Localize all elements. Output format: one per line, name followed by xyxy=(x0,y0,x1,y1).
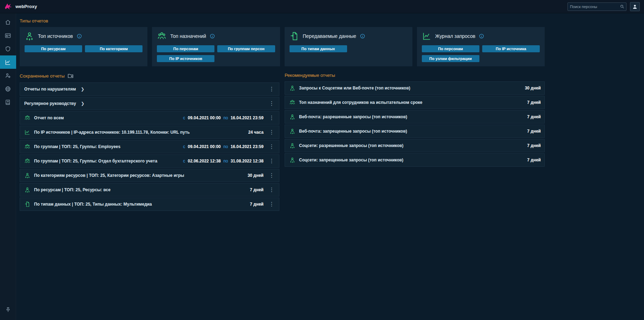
info-icon[interactable] xyxy=(479,33,484,39)
report-period: 7 дней xyxy=(250,202,264,207)
saved-report-row[interactable]: По IP источников | IP-адреса источников:… xyxy=(20,126,279,139)
person-stars-icon xyxy=(289,157,296,163)
kebab-menu-button[interactable]: ⋮ xyxy=(268,129,275,135)
kebab-menu-button[interactable]: ⋮ xyxy=(268,158,275,164)
sidebar-pin-toggle[interactable] xyxy=(0,303,16,316)
report-date-range: с 02.06.2022 12:38 по 31.08.2022 12:38 xyxy=(182,159,264,164)
recommended-report-row[interactable]: Запросы к Соцсетям или Веб-почте (топ ис… xyxy=(285,81,545,95)
by-persons-button[interactable]: По персонам xyxy=(157,45,214,52)
chevron-right-icon: ❯ xyxy=(81,87,84,92)
by-resources-button[interactable]: По ресурсам xyxy=(25,45,82,52)
report-name: По категориям ресурсов | ТОП: 25, Катего… xyxy=(34,173,184,178)
sidebar-item-policy[interactable] xyxy=(0,42,16,55)
date-to: 31.08.2022 12:38 xyxy=(231,159,264,164)
report-date-range: с 09.04.2021 00:00 по 16.04.2021 23:59 xyxy=(182,115,264,120)
to-label: по xyxy=(223,159,228,164)
person-search-box[interactable] xyxy=(567,2,626,11)
by-ip-source-button[interactable]: По IP источника xyxy=(482,45,540,52)
group-icon xyxy=(157,31,167,41)
recommended-report-row[interactable]: Веб-почта: запрещенные запросы (топ исто… xyxy=(285,125,545,138)
report-name: Веб-почта: разрешенные запросы (топ исто… xyxy=(299,114,407,119)
kebab-menu-button[interactable]: ⋮ xyxy=(268,187,275,193)
person-stars-icon xyxy=(289,85,296,91)
chart-icon xyxy=(24,129,31,135)
by-person-groups-button[interactable]: По группам персон xyxy=(217,45,275,52)
report-name: По ресурсам | ТОП: 25, Ресурсы: все xyxy=(34,187,111,192)
by-persons-button[interactable]: По персонам xyxy=(422,45,479,52)
report-name: Топ назначений для сотрудников на испыта… xyxy=(299,100,423,105)
saved-report-row[interactable]: По ресурсам | ТОП: 25, Ресурсы: все 7 дн… xyxy=(20,183,279,196)
recommended-report-row[interactable]: Соцсети: запрещенные запросы (топ источн… xyxy=(285,153,545,167)
report-period: 7 дней xyxy=(250,187,264,192)
by-data-types-button[interactable]: По типам данных xyxy=(290,45,347,52)
search-input[interactable] xyxy=(570,5,620,9)
info-icon[interactable] xyxy=(77,33,82,39)
card-top-sources: Топ источников По ресурсам По категориям xyxy=(20,27,147,66)
pin-icon xyxy=(5,307,11,313)
saved-report-row[interactable]: По категориям ресурсов | ТОП: 25, Катего… xyxy=(20,169,279,182)
folder-name: Отчеты по нарушителям xyxy=(24,87,76,92)
data-transfer-icon xyxy=(24,201,31,207)
by-categories-button[interactable]: По категориям xyxy=(85,45,142,52)
report-name: Отчет по всем xyxy=(34,115,64,120)
sidebar-item-network[interactable] xyxy=(0,82,16,95)
saved-reports-section: Сохраненные отчеты Отчеты по нарушителям… xyxy=(20,71,279,212)
report-name: По типам данных | ТОП: 25, Типы данных: … xyxy=(34,202,152,207)
report-name: По группам | ТОП: 25, Группы: Отдел бухг… xyxy=(34,159,157,164)
kebab-menu-button[interactable]: ⋮ xyxy=(268,173,275,178)
group-icon xyxy=(24,144,31,150)
chart-icon xyxy=(422,31,432,41)
group-icon xyxy=(289,99,296,106)
saved-report-folder-row[interactable]: Отчеты по нарушителям ❯ ⋮ xyxy=(20,82,279,96)
kebab-menu-button[interactable]: ⋮ xyxy=(268,115,275,121)
saved-report-row[interactable]: По группам | ТОП: 25, Группы: Отдел бухг… xyxy=(20,154,279,168)
card-title: Журнал запросов xyxy=(435,33,476,39)
sidebar-item-persons[interactable] xyxy=(0,29,16,42)
info-icon[interactable] xyxy=(210,33,215,39)
to-label: по xyxy=(223,144,228,149)
by-ip-sources-button[interactable]: По IP источников xyxy=(157,55,214,62)
main-content: Типы отчетов Топ источников По ресурсам … xyxy=(16,13,644,320)
date-to: 16.04.2021 23:59 xyxy=(231,144,264,149)
kebab-menu-button[interactable]: ⋮ xyxy=(268,201,275,207)
by-filter-nodes-button[interactable]: По узлам фильтрации xyxy=(422,55,479,62)
recommended-report-row[interactable]: Соцсети: разрешенные запросы (топ источн… xyxy=(285,139,545,152)
recommended-report-row[interactable]: Топ назначений для сотрудников на испыта… xyxy=(285,96,545,109)
sidebar-item-administration[interactable] xyxy=(0,69,16,82)
sidebar-item-reports[interactable] xyxy=(0,55,16,69)
person-stars-icon xyxy=(289,128,296,134)
person-stars-icon xyxy=(24,187,31,193)
report-period: 30 дней xyxy=(525,86,541,91)
card-title: Топ источников xyxy=(38,33,73,39)
saved-report-row[interactable]: Отчет по всем с 09.04.2021 00:00 по 16.0… xyxy=(20,111,279,125)
recommended-report-row[interactable]: Веб-почта: разрешенные запросы (топ исто… xyxy=(285,110,545,124)
data-transfer-icon xyxy=(290,31,299,41)
report-period: 7 дней xyxy=(527,158,541,162)
kebab-menu-button[interactable]: ⋮ xyxy=(268,101,275,106)
sidebar-item-home[interactable] xyxy=(0,15,16,29)
id-card-icon xyxy=(5,32,11,39)
report-name: По IP источников | IP-адреса источников:… xyxy=(34,130,190,135)
report-period: 7 дней xyxy=(527,100,541,105)
kebab-menu-button[interactable]: ⋮ xyxy=(268,144,275,149)
saved-report-row[interactable]: По типам данных | ТОП: 25, Типы данных: … xyxy=(20,198,279,211)
sidebar-item-journal[interactable] xyxy=(0,95,16,109)
date-to: 16.04.2021 23:59 xyxy=(231,115,264,120)
user-menu-button[interactable] xyxy=(630,2,640,11)
report-date-range: с 09.04.2021 00:00 по 16.04.2021 23:59 xyxy=(182,144,264,149)
folder-add-icon[interactable] xyxy=(67,73,74,79)
report-period: 30 дней xyxy=(247,173,264,178)
date-from: 09.04.2021 00:00 xyxy=(188,115,221,120)
kebab-menu-button[interactable]: ⋮ xyxy=(268,86,275,92)
report-name: Соцсети: запрещенные запросы (топ источн… xyxy=(299,158,403,162)
person-stars-icon xyxy=(25,31,34,41)
journal-icon xyxy=(5,99,11,106)
search-icon xyxy=(620,4,625,9)
person-stars-icon xyxy=(24,172,31,179)
saved-report-folder-row[interactable]: Регулярное руководству ❯ ⋮ xyxy=(20,97,279,110)
saved-report-row[interactable]: По группам | ТОП: 25, Группы: Employees … xyxy=(20,140,279,153)
report-name: По группам | ТОП: 25, Группы: Employees xyxy=(34,144,120,149)
group-icon xyxy=(24,158,31,164)
report-period: 7 дней xyxy=(527,143,541,148)
info-icon[interactable] xyxy=(360,33,365,39)
